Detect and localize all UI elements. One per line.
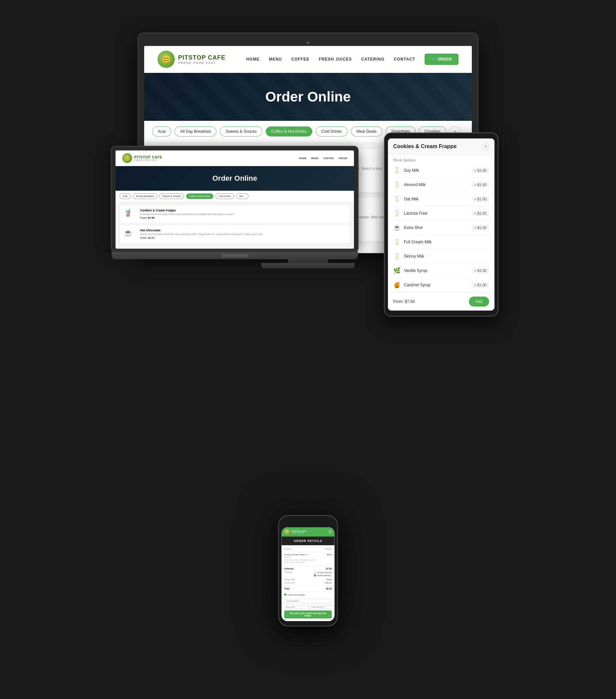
site-navigation: 😊 PITSTOP CAFE FRESH FOOD FAST HOME MENU… bbox=[144, 46, 472, 73]
category-all-day-breakfast[interactable]: All Day Breakfast bbox=[174, 127, 217, 136]
laptop: 😊 PITSTOP CAFE FRESH FOOD FAST HOME MENU… bbox=[112, 146, 358, 259]
phone-col-subtotal: Subtotal bbox=[324, 548, 332, 550]
laptop-hotchoc-desc: Sweet, rich chocolate mixed with warm st… bbox=[140, 233, 263, 235]
phone-pickup-time-row: Pickup Time 4:00 pm bbox=[284, 582, 332, 584]
monitor-camera bbox=[307, 41, 309, 44]
nav-home[interactable]: HOME bbox=[246, 57, 259, 62]
laptop-cat-coffee[interactable]: Coffee & Hot Drinks bbox=[186, 194, 213, 199]
laptop-frappe-name: Cookies & Cream Frappe bbox=[140, 209, 235, 212]
phone-pickup-time-val: 4:00 pm bbox=[325, 582, 332, 584]
laptop-brand-name: PITSTOP CAFE bbox=[134, 156, 162, 159]
category-meal-deals[interactable]: Meal Deals bbox=[351, 127, 382, 136]
popup-option-extra-shot: ☕Extra Shot + $1.00 bbox=[388, 221, 495, 235]
phone: 😊 PITSTOP CAFE FRESH FOOD FAST ☰ ORDER D… bbox=[279, 516, 337, 626]
laptop-hotchoc-price: From: $5.00 bbox=[140, 236, 263, 239]
laptop-nav-fresh[interactable]: FRESH bbox=[339, 157, 347, 159]
page-title: Order Online bbox=[157, 89, 459, 105]
phone-subtotal-val: $7.50 bbox=[326, 568, 332, 570]
oat-milk-icon: 🥛 bbox=[393, 195, 401, 203]
laptop-menu: 🧋 Cookies & Cream Frappe A blended iced … bbox=[116, 202, 354, 249]
phone-pay-button[interactable]: Pay with your credit card and the Stripe… bbox=[284, 610, 332, 618]
nav-links: HOME MENU COFFEE FRESH JUICES CATERING C… bbox=[246, 54, 459, 65]
laptop-cat-meals[interactable]: Mei... bbox=[236, 194, 248, 199]
popup-title: Cookies & Cream Frappe bbox=[393, 144, 457, 149]
phone-shipping-options: In-Store Pick Up Mobile Delivery bbox=[314, 571, 332, 577]
laptop-cat-acai[interactable]: Acai bbox=[119, 194, 131, 199]
popup-option-caramel-syrup: 🍯Caramel Syrup + $1.00 bbox=[388, 278, 495, 292]
popup-option-skinny-milk: 🥛Skinny Milk bbox=[388, 249, 495, 264]
hero-banner: Order Online bbox=[144, 73, 472, 121]
phone-delivery-text: Mobile Delivery bbox=[317, 575, 331, 577]
laptop-cat-cold[interactable]: Cold Drinks bbox=[215, 194, 234, 199]
phone-pickup-date-val: Today bbox=[326, 579, 332, 580]
laptop-screen: 😊 PITSTOP CAFE FRESH FOOD FAST HOME MENU… bbox=[116, 150, 354, 249]
phone-delivery-radio[interactable] bbox=[314, 574, 316, 577]
brand-tagline: FRESH FOOD FAST bbox=[178, 61, 225, 65]
laptop-body bbox=[112, 252, 358, 259]
soy-milk-icon: 🥛 bbox=[393, 167, 401, 174]
laptop-hotchoc-icon: ☕ bbox=[123, 229, 137, 239]
phone-payment-row: Credit Card (Stripe) bbox=[284, 593, 332, 596]
laptop-page-title: Order Online bbox=[123, 174, 346, 183]
phone-pickup-time-label: Pickup Time bbox=[284, 582, 296, 584]
category-coffee-hot-drinks[interactable]: Coffee & Hot Drinks bbox=[266, 127, 312, 136]
phone-card-details-row bbox=[284, 605, 332, 609]
nav-catering[interactable]: CATERING bbox=[361, 57, 384, 62]
category-sweets-snacks[interactable]: Sweets & Snacks bbox=[220, 127, 262, 136]
phone-expiry-input[interactable] bbox=[284, 605, 309, 609]
phone-brand-tagline: FRESH FOOD FAST bbox=[292, 532, 306, 534]
lactose-free-icon: 🥛 bbox=[393, 210, 401, 217]
tablet: Cookies & Cream Frappe × Drink Options 🥛… bbox=[384, 133, 498, 316]
laptop-frappe-icon: 🧋 bbox=[123, 209, 137, 219]
popup-header: Cookies & Cream Frappe × bbox=[388, 139, 495, 155]
nav-order-button[interactable]: 🛒 ORDER bbox=[424, 54, 459, 65]
phone-pickup-date-row: Pickup Date Today bbox=[284, 579, 332, 580]
phone-cvv-input[interactable] bbox=[310, 605, 334, 609]
category-cold-drinks[interactable]: Cold Drinks bbox=[316, 127, 348, 136]
skinny-milk-icon: 🥛 bbox=[393, 253, 401, 260]
laptop-nav-menu[interactable]: MENU bbox=[311, 157, 319, 159]
popup-option-vanilla-syrup: 🌿Vanilla Syrup + $1.00 bbox=[388, 264, 495, 278]
laptop-category-bar: Acai All Day Breakfast Sweets & Snacks C… bbox=[116, 191, 354, 202]
laptop-nav-home[interactable]: HOME bbox=[299, 157, 307, 159]
nav-coffee[interactable]: COFFEE bbox=[291, 57, 310, 62]
monitor-base bbox=[261, 263, 355, 268]
phone-instore-text: In-Store Pick Up bbox=[317, 571, 332, 573]
laptop-nav-coffee[interactable]: COFFEE bbox=[323, 157, 333, 159]
popup-close-button[interactable]: × bbox=[483, 143, 489, 150]
laptop-menu-item-hotchoc: ☕ Hot Chocolate Sweet, rich chocolate mi… bbox=[120, 225, 349, 243]
popup-option-oat-milk: 🥛Oat Milk + $1.00 bbox=[388, 192, 495, 206]
phone-divider-2 bbox=[284, 566, 332, 566]
laptop-cat-breakfast[interactable]: All Day Breakfast bbox=[133, 194, 157, 199]
laptop-hinge bbox=[112, 249, 358, 252]
phone-shipping-row: Shipping In-Store Pick Up Mobile Deliver… bbox=[284, 571, 332, 577]
phone-card-number-input[interactable] bbox=[284, 599, 332, 604]
nav-menu[interactable]: MENU bbox=[269, 57, 282, 62]
tablet-screen: Cookies & Cream Frappe × Drink Options 🥛… bbox=[388, 139, 495, 311]
phone-total-label: Total bbox=[284, 588, 290, 590]
phone-divider-3 bbox=[284, 585, 332, 586]
popup-option-full-cream: 🥛Full Cream Milk bbox=[388, 235, 495, 249]
phone-subtotal-row: Subtotal $7.50 bbox=[284, 568, 332, 570]
laptop-trackpad bbox=[221, 254, 248, 257]
phone-nav: 😊 PITSTOP CAFE FRESH FOOD FAST ☰ bbox=[282, 527, 335, 537]
phone-instore-radio[interactable] bbox=[314, 571, 316, 573]
nav-contact[interactable]: CONTACT bbox=[394, 57, 416, 62]
phone-payment-radio[interactable] bbox=[284, 593, 287, 596]
category-acai[interactable]: Acai bbox=[152, 127, 171, 136]
logo-area: 😊 PITSTOP CAFE FRESH FOOD FAST bbox=[157, 51, 225, 68]
popup-add-button[interactable]: Add bbox=[469, 296, 489, 306]
laptop-menu-item-frappe: 🧋 Cookies & Cream Frappe A blended iced … bbox=[120, 206, 349, 223]
phone-total-row: Total $8.00 bbox=[284, 588, 332, 590]
nav-fresh-juices[interactable]: FRESH JUICES bbox=[319, 57, 352, 62]
laptop-nav: 😊 PITSTOP CAFE FRESH FOOD FAST HOME MENU… bbox=[116, 150, 354, 166]
phone-item-price: $8.00 bbox=[327, 554, 332, 564]
laptop-nav-links: HOME MENU COFFEE FRESH bbox=[299, 157, 347, 159]
popup-footer: From: $7.50 Add bbox=[388, 292, 495, 311]
phone-menu-icon[interactable]: ☰ bbox=[328, 530, 332, 534]
caramel-syrup-icon: 🍯 bbox=[393, 281, 401, 289]
laptop-cat-sweets[interactable]: Sweets & Snacks bbox=[159, 194, 184, 199]
phone-subtotal-label: Subtotal bbox=[284, 568, 294, 570]
phone-screen: 😊 PITSTOP CAFE FRESH FOOD FAST ☰ ORDER D… bbox=[282, 527, 335, 621]
phone-divider-4 bbox=[284, 592, 332, 592]
